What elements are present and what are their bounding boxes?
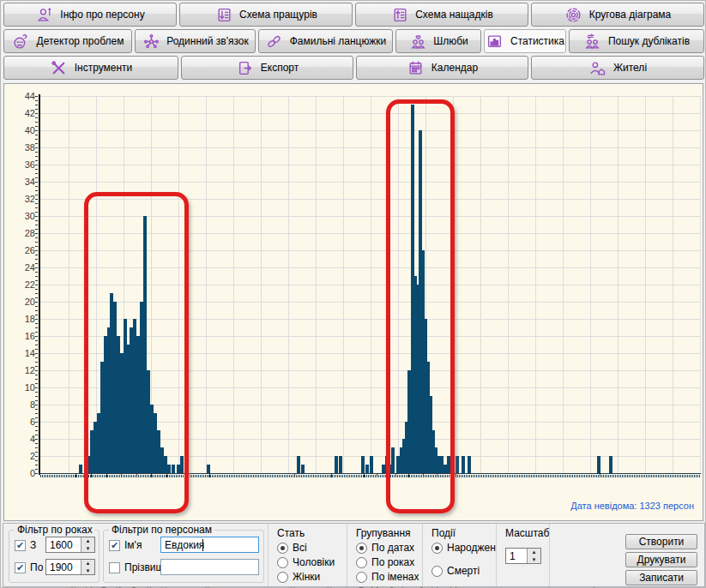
y-axis-minor-ticks [35, 96, 38, 474]
year-from-checkbox[interactable]: ✔ [15, 540, 26, 551]
toolbar-row-3: ІнструментиЕкспортКалендарЖителі [3, 56, 704, 80]
tab-label: Шлюби [433, 35, 468, 47]
problem-detector-icon [12, 33, 31, 50]
tab-duplicates-search[interactable]: Пошук дублікатів [569, 29, 704, 53]
tab-ancestors-scheme[interactable]: Схема пращурів [179, 3, 353, 27]
name-checkbox[interactable]: ✔ [109, 540, 120, 551]
y-tick-label: 44 [9, 91, 35, 101]
tab-surname-chains[interactable]: Фамильні ланцюжки [258, 29, 393, 53]
tools-icon [50, 59, 69, 76]
tab-label: Календар [431, 62, 478, 74]
radio-icon[interactable] [277, 557, 288, 568]
tab-label: Фамильні ланцюжки [290, 35, 387, 47]
grouping-group: Групування По датахПо рокахПо іменах [347, 524, 422, 586]
toolbar-row-1: Інфо про персонуСхема пращурівСхема наща… [3, 3, 704, 27]
year-from-spinner[interactable]: 1600 ▲▼ [45, 537, 95, 553]
tab-label: Пошук дублікатів [608, 35, 690, 47]
statistics-chart-panel: 0246810121416182022242628303234363840424… [3, 83, 703, 521]
y-tick-label: 32 [9, 194, 35, 204]
histogram-bar [335, 456, 338, 473]
events-title: Події [431, 527, 496, 539]
histogram-bar [462, 456, 465, 473]
circle-diagram-icon [564, 6, 583, 23]
y-tick-label: 42 [9, 108, 35, 118]
name-input[interactable]: Евдокия [160, 537, 259, 553]
tab-problem-detector[interactable]: Детектор проблем [3, 29, 132, 53]
gender-title: Стать [277, 527, 347, 539]
tab-export[interactable]: Експорт [181, 56, 353, 80]
x-major-tick [294, 474, 295, 477]
y-tick-label: 20 [9, 297, 35, 307]
unknown-date-note: Дата невідома: 1323 персон [570, 501, 694, 511]
grouping-option-label: По роках [371, 556, 414, 568]
radio-icon[interactable] [356, 557, 367, 568]
year-to-spinner[interactable]: 1900 ▲▼ [45, 559, 95, 575]
action-button-друкувати[interactable]: Друкувати [625, 552, 697, 567]
y-tick-label: 22 [9, 279, 35, 290]
radio-icon[interactable] [431, 543, 443, 554]
histogram-bar [370, 456, 373, 473]
gender-option[interactable]: Жінки [277, 571, 347, 583]
marriages-icon [408, 33, 427, 50]
spinner-arrows-icon[interactable]: ▲▼ [527, 549, 540, 563]
y-tick-label: 8 [9, 399, 35, 410]
y-tick-label: 14 [9, 348, 35, 358]
histogram-plot: 0246810121416182022242628303234363840424… [4, 84, 703, 520]
tab-calendar[interactable]: Календар [356, 56, 528, 80]
y-tick-label: 36 [9, 159, 35, 170]
gender-option[interactable]: Всі [277, 542, 347, 554]
radio-icon[interactable] [356, 543, 367, 554]
family-relation-icon [142, 33, 160, 50]
calendar-icon [407, 59, 425, 76]
y-tick-label: 24 [9, 262, 35, 273]
tab-tools[interactable]: Інструменти [3, 56, 178, 80]
tab-label: Інструменти [75, 62, 133, 74]
toolbar-row-2: Детектор проблемРодинний зв'язокФамильні… [3, 29, 704, 53]
surname-chains-icon [265, 33, 284, 50]
scale-spinner[interactable]: 1 ▲▼ [505, 548, 541, 564]
grouping-title: Групування [356, 527, 422, 539]
year-from-value: 1600 [46, 537, 81, 552]
x-major-tick [331, 474, 332, 477]
gender-option[interactable]: Чоловіки [277, 556, 347, 568]
year-to-label: По [30, 561, 43, 573]
tab-person-info[interactable]: Інфо про персону [3, 3, 177, 27]
events-group: Події НародженняСмерті [422, 524, 496, 586]
surname-checkbox[interactable] [109, 562, 120, 573]
text-caret [202, 539, 203, 551]
events-option[interactable]: Народження [431, 542, 496, 554]
radio-icon[interactable] [277, 572, 288, 583]
spinner-arrows-icon[interactable]: ▲▼ [81, 537, 94, 552]
y-tick-label: 26 [9, 245, 35, 255]
year-to-checkbox[interactable]: ✔ [15, 562, 26, 573]
y-tick-label: 10 [9, 382, 35, 393]
tab-circle-diagram[interactable]: Кругова діаграма [531, 3, 704, 27]
events-option[interactable]: Смерті [431, 565, 496, 577]
radio-icon[interactable] [431, 566, 443, 577]
grouping-option[interactable]: По датах [356, 542, 422, 554]
action-button-створити[interactable]: Створити [625, 534, 697, 549]
action-button-записати[interactable]: Записати [625, 570, 697, 585]
grouping-option[interactable]: По роках [356, 556, 422, 568]
histogram-bar [609, 456, 612, 473]
grouping-option[interactable]: По іменах [356, 571, 422, 583]
tab-label: Родинний зв'язок [166, 35, 249, 47]
grouping-option-label: По іменах [371, 571, 419, 583]
radio-icon[interactable] [356, 572, 367, 583]
tab-descendants-scheme[interactable]: Схема нащадків [355, 3, 528, 27]
tab-statistics[interactable]: Статистика [484, 29, 566, 53]
tab-residents[interactable]: Жителі [531, 56, 704, 80]
gender-option-label: Чоловіки [293, 556, 335, 568]
spinner-arrows-icon[interactable]: ▲▼ [81, 560, 94, 574]
radio-icon[interactable] [277, 543, 288, 554]
surname-input[interactable] [160, 559, 259, 575]
x-major-tick [209, 474, 210, 477]
y-tick-label: 4 [9, 434, 35, 444]
scale-value: 1 [506, 549, 527, 563]
events-option-label: Народження [447, 542, 496, 554]
tab-marriages[interactable]: Шлюби [395, 29, 481, 53]
y-tick-label: 38 [9, 142, 35, 153]
scale-title: Масштаб [505, 527, 549, 539]
histogram-bar [468, 456, 471, 473]
tab-family-relation[interactable]: Родинний зв'язок [135, 29, 256, 53]
